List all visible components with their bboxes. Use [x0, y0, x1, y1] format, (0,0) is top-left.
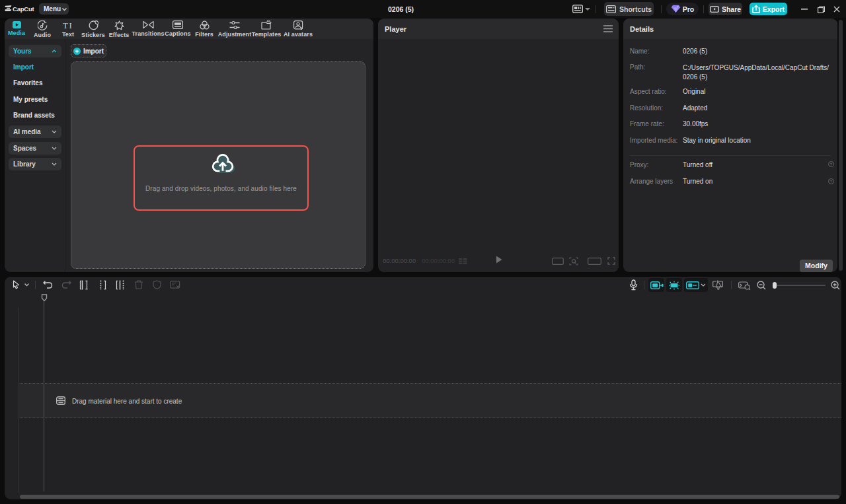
svg-text:T: T: [63, 20, 68, 30]
svg-text:?: ?: [830, 180, 833, 184]
svg-text:?: ?: [830, 162, 833, 166]
